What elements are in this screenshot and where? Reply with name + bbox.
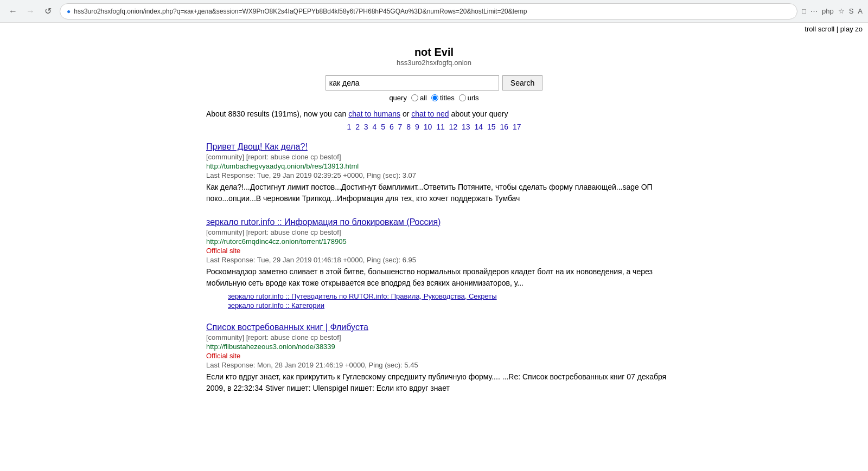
result-ping: Last Response: Tue, 29 Jan 2019 02:39:25… [206,171,667,179]
sublink-1[interactable]: зеркало rutor.info :: Путеводитель по RU… [228,292,667,300]
back-button[interactable]: ← [5,4,21,19]
browser-actions: □ ⋯ php ☆ S A [802,7,863,15]
search-result: зеркало rutor.info :: Информация по блок… [201,217,667,309]
star-icon: ☆ [838,7,845,15]
result-url: http://tumbachegvyaadyq.onion/b/res/1391… [206,162,667,170]
sublink-2[interactable]: зеркало rutor.info :: Категории [228,301,667,309]
result-ping: Last Response: Tue, 29 Jan 2019 01:46:18… [206,256,667,264]
page-2[interactable]: 2 [355,122,360,131]
result-sublinks: зеркало rutor.info :: Путеводитель по RU… [206,292,667,309]
page-1[interactable]: 1 [347,122,351,131]
page-content: not Evil hss3uro2hsxfogfq.onion Search q… [190,35,678,418]
results-info: About 8830 results (191ms), now you can … [201,109,667,118]
urls-radio[interactable] [459,94,466,101]
site-title: not Evil [201,46,667,59]
page-10[interactable]: 10 [424,122,432,131]
url-text: hss3uro2hsxfogfq.onion/index.php?q=как+д… [74,8,790,15]
search-form: Search [326,75,542,91]
nav-buttons: ← → ↺ [5,4,55,19]
search-button[interactable]: Search [502,75,542,91]
result-meta: [community] [report: abuse clone cp best… [206,333,667,341]
all-radio[interactable] [411,94,418,101]
result-title: Привет Двощ! Как дела?! [206,142,667,152]
all-option[interactable]: all [411,94,427,102]
search-input[interactable] [326,75,499,91]
page-3[interactable]: 3 [364,122,368,131]
result-official: Official site [206,247,667,255]
page-16[interactable]: 16 [500,122,508,131]
result-meta: [community] [report: abuse clone cp best… [206,153,667,161]
result-snippet: Роскомнадзор заметно сливает в этой битв… [206,266,667,289]
about-text: about your query [451,109,508,118]
search-result: Привет Двощ! Как дела?! [community] [rep… [201,142,667,204]
profile-icon: S [849,7,854,15]
search-options: query all titles urls [201,94,667,102]
reload-button[interactable]: ↺ [40,4,55,19]
menu-icon: ⋯ [810,7,818,15]
page-13[interactable]: 13 [462,122,470,131]
results-summary: About 8830 results (191ms), now you can [206,109,346,118]
browser-chrome: ← → ↺ ● hss3uro2hsxfogfq.onion/index.php… [0,0,868,23]
profile-icon2: A [858,7,863,15]
site-domain: hss3uro2hsxfogfq.onion [201,59,667,67]
chat-to-ned-link[interactable]: chat to ned [411,109,449,118]
page-5[interactable]: 5 [381,122,385,131]
page-17[interactable]: 17 [513,122,521,131]
result-url: http://rutorc6mqdinc4cz.onion/torrent/17… [206,237,667,246]
page-12[interactable]: 12 [449,122,458,131]
result-title: Список востребованных книг | Флибуста [206,322,667,332]
page-11[interactable]: 11 [436,122,445,131]
result-ping: Last Response: Mon, 28 Jan 2019 21:46:19… [206,361,667,369]
lock-icon: ● [67,8,71,15]
result-meta: [community] [report: abuse clone cp best… [206,228,667,236]
page-14[interactable]: 14 [475,122,483,131]
page-15[interactable]: 15 [487,122,496,131]
result-snippet: Как дела?!...Достигнут лимит постов...До… [206,182,667,204]
result-url: http://flibustahezeous3.onion/node/38339 [206,343,667,351]
result-official: Official site [206,352,667,360]
titles-label: titles [440,94,455,102]
search-results: Привет Двощ! Как дела?! [community] [rep… [201,142,667,394]
search-area: Search query all titles urls [201,75,667,102]
or-text: or [403,109,409,118]
all-label: all [420,94,427,102]
titles-option[interactable]: titles [431,94,455,102]
extensions-icon: □ [802,7,806,15]
page-7[interactable]: 7 [398,122,403,131]
page-9[interactable]: 9 [415,122,419,131]
site-header: not Evil hss3uro2hsxfogfq.onion [201,46,667,67]
troll-scroll-link[interactable]: troll scroll | play zo [805,25,863,33]
search-result: Список востребованных книг | Флибуста [c… [201,322,667,394]
top-right-area: troll scroll | play zo [0,23,868,35]
result-title: зеркало rutor.info :: Информация по блок… [206,217,667,227]
page-6[interactable]: 6 [390,122,394,131]
query-label: query [389,94,407,102]
forward-button[interactable]: → [23,4,38,19]
php-badge: php [822,7,834,15]
pagination: 1 2 3 4 5 6 7 8 9 10 11 12 13 14 15 16 1… [201,122,667,131]
titles-radio[interactable] [431,94,438,101]
result-link[interactable]: зеркало rutor.info :: Информация по блок… [206,217,441,227]
urls-label: urls [468,94,479,102]
urls-option[interactable]: urls [459,94,479,102]
page-8[interactable]: 8 [406,122,411,131]
result-link[interactable]: Привет Двощ! Как дела?! [206,142,308,151]
page-4[interactable]: 4 [373,122,377,131]
chat-to-humans-link[interactable]: chat to humans [348,109,400,118]
result-link[interactable]: Список востребованных книг | Флибуста [206,322,368,332]
address-bar[interactable]: ● hss3uro2hsxfogfq.onion/index.php?q=как… [60,3,797,20]
result-snippet: Если кто вдруг знает, как прикрутить к Г… [206,371,667,394]
